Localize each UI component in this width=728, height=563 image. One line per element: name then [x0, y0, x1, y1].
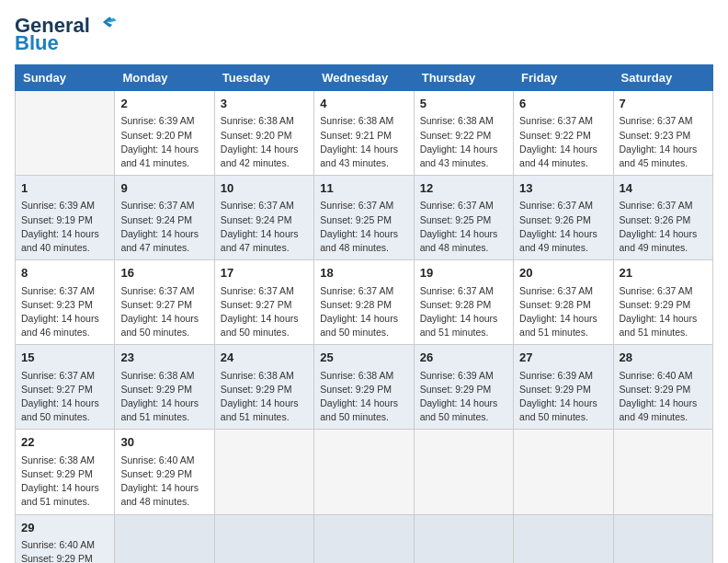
calendar-cell: [414, 430, 513, 514]
calendar-row: 29Sunrise: 6:40 AM Sunset: 9:29 PM Dayli…: [16, 514, 713, 563]
calendar-cell: 23Sunrise: 6:38 AM Sunset: 9:29 PM Dayli…: [115, 345, 214, 430]
day-number: 19: [420, 265, 507, 282]
calendar-cell: 6Sunrise: 6:37 AM Sunset: 9:22 PM Daylig…: [514, 91, 613, 176]
calendar-row: 8Sunrise: 6:37 AM Sunset: 9:23 PM Daylig…: [16, 260, 713, 345]
day-info: Sunrise: 6:38 AM Sunset: 9:29 PM Dayligh…: [21, 454, 108, 510]
logo: General Blue: [15, 15, 118, 55]
calendar-cell: 30Sunrise: 6:40 AM Sunset: 9:29 PM Dayli…: [115, 430, 214, 514]
calendar-cell: 20Sunrise: 6:37 AM Sunset: 9:28 PM Dayli…: [514, 260, 613, 345]
calendar-cell: 17Sunrise: 6:37 AM Sunset: 9:27 PM Dayli…: [214, 260, 313, 345]
calendar-cell: 7Sunrise: 6:37 AM Sunset: 9:23 PM Daylig…: [613, 91, 712, 176]
day-info: Sunrise: 6:37 AM Sunset: 9:28 PM Dayligh…: [320, 284, 407, 340]
day-info: Sunrise: 6:37 AM Sunset: 9:25 PM Dayligh…: [320, 199, 407, 255]
day-info: Sunrise: 6:37 AM Sunset: 9:29 PM Dayligh…: [620, 284, 707, 340]
day-number: 15: [21, 350, 108, 366]
day-number: 13: [519, 180, 607, 197]
day-number: 16: [120, 265, 208, 282]
calendar-cell: 24Sunrise: 6:38 AM Sunset: 9:29 PM Dayli…: [214, 345, 313, 430]
day-info: Sunrise: 6:37 AM Sunset: 9:28 PM Dayligh…: [519, 284, 607, 340]
day-number: 12: [420, 180, 507, 197]
day-info: Sunrise: 6:38 AM Sunset: 9:20 PM Dayligh…: [221, 114, 308, 170]
calendar-cell: 21Sunrise: 6:37 AM Sunset: 9:29 PM Dayli…: [613, 260, 712, 345]
calendar-cell: 18Sunrise: 6:37 AM Sunset: 9:28 PM Dayli…: [314, 260, 414, 345]
day-number: 10: [221, 180, 308, 197]
calendar-cell: 8Sunrise: 6:37 AM Sunset: 9:23 PM Daylig…: [16, 260, 115, 345]
calendar-cell: 29Sunrise: 6:40 AM Sunset: 9:29 PM Dayli…: [16, 514, 115, 563]
logo-bird-icon: [97, 12, 118, 32]
day-info: Sunrise: 6:37 AM Sunset: 9:27 PM Dayligh…: [21, 369, 108, 425]
calendar-cell: [314, 430, 414, 514]
calendar-cell: [16, 91, 115, 176]
calendar-cell: 15Sunrise: 6:37 AM Sunset: 9:27 PM Dayli…: [16, 345, 115, 430]
calendar-cell: 5Sunrise: 6:38 AM Sunset: 9:22 PM Daylig…: [414, 91, 513, 176]
calendar-cell: 12Sunrise: 6:37 AM Sunset: 9:25 PM Dayli…: [414, 176, 513, 260]
day-number: 17: [221, 265, 308, 282]
day-number: 14: [620, 180, 707, 197]
day-number: 26: [420, 350, 507, 366]
day-info: Sunrise: 6:37 AM Sunset: 9:26 PM Dayligh…: [620, 199, 707, 255]
day-info: Sunrise: 6:38 AM Sunset: 9:29 PM Dayligh…: [221, 369, 308, 425]
col-header-wednesday: Wednesday: [314, 65, 414, 91]
day-info: Sunrise: 6:37 AM Sunset: 9:24 PM Dayligh…: [221, 199, 308, 255]
calendar-row: 1Sunrise: 6:39 AM Sunset: 9:19 PM Daylig…: [16, 176, 713, 260]
calendar-cell: 10Sunrise: 6:37 AM Sunset: 9:24 PM Dayli…: [214, 176, 313, 260]
calendar-cell: 4Sunrise: 6:38 AM Sunset: 9:21 PM Daylig…: [314, 91, 414, 176]
calendar-cell: [613, 430, 712, 514]
day-number: 21: [620, 265, 707, 282]
day-number: 6: [519, 96, 607, 112]
day-number: 4: [320, 96, 407, 112]
day-number: 23: [120, 350, 208, 366]
day-info: Sunrise: 6:38 AM Sunset: 9:21 PM Dayligh…: [320, 114, 407, 170]
day-number: 7: [620, 96, 707, 112]
calendar-cell: [314, 514, 414, 563]
day-info: Sunrise: 6:39 AM Sunset: 9:29 PM Dayligh…: [420, 369, 507, 425]
col-header-sunday: Sunday: [16, 65, 115, 91]
day-info: Sunrise: 6:37 AM Sunset: 9:25 PM Dayligh…: [420, 199, 507, 255]
day-info: Sunrise: 6:39 AM Sunset: 9:19 PM Dayligh…: [21, 199, 108, 255]
day-info: Sunrise: 6:37 AM Sunset: 9:23 PM Dayligh…: [21, 284, 108, 340]
day-number: 27: [519, 350, 607, 366]
calendar-cell: 25Sunrise: 6:38 AM Sunset: 9:29 PM Dayli…: [314, 345, 414, 430]
col-header-friday: Friday: [514, 65, 613, 91]
header-row: SundayMondayTuesdayWednesdayThursdayFrid…: [16, 65, 713, 91]
day-number: 22: [21, 434, 108, 451]
day-info: Sunrise: 6:37 AM Sunset: 9:28 PM Dayligh…: [420, 284, 507, 340]
calendar-cell: 27Sunrise: 6:39 AM Sunset: 9:29 PM Dayli…: [514, 345, 613, 430]
col-header-thursday: Thursday: [414, 65, 513, 91]
day-number: 28: [620, 350, 707, 366]
day-number: 5: [420, 96, 507, 112]
calendar-cell: [514, 430, 613, 514]
calendar-cell: 19Sunrise: 6:37 AM Sunset: 9:28 PM Dayli…: [414, 260, 513, 345]
calendar-cell: 3Sunrise: 6:38 AM Sunset: 9:20 PM Daylig…: [214, 91, 313, 176]
calendar-row: 22Sunrise: 6:38 AM Sunset: 9:29 PM Dayli…: [16, 430, 713, 514]
calendar-cell: 11Sunrise: 6:37 AM Sunset: 9:25 PM Dayli…: [314, 176, 414, 260]
day-number: 1: [21, 180, 108, 197]
day-number: 2: [120, 96, 208, 112]
day-number: 8: [21, 265, 108, 282]
calendar-cell: 22Sunrise: 6:38 AM Sunset: 9:29 PM Dayli…: [16, 430, 115, 514]
calendar-cell: 16Sunrise: 6:37 AM Sunset: 9:27 PM Dayli…: [115, 260, 214, 345]
day-number: 11: [320, 180, 407, 197]
day-info: Sunrise: 6:37 AM Sunset: 9:26 PM Dayligh…: [519, 199, 607, 255]
day-number: 3: [221, 96, 308, 112]
day-info: Sunrise: 6:40 AM Sunset: 9:29 PM Dayligh…: [120, 454, 208, 510]
day-number: 30: [120, 434, 208, 451]
day-info: Sunrise: 6:37 AM Sunset: 9:23 PM Dayligh…: [620, 114, 707, 170]
day-number: 20: [519, 265, 607, 282]
calendar-cell: [214, 430, 313, 514]
calendar-cell: [214, 514, 313, 563]
day-info: Sunrise: 6:38 AM Sunset: 9:22 PM Dayligh…: [420, 114, 507, 170]
calendar-cell: 1Sunrise: 6:39 AM Sunset: 9:19 PM Daylig…: [16, 176, 115, 260]
col-header-monday: Monday: [115, 65, 214, 91]
calendar-cell: 14Sunrise: 6:37 AM Sunset: 9:26 PM Dayli…: [613, 176, 712, 260]
day-info: Sunrise: 6:38 AM Sunset: 9:29 PM Dayligh…: [320, 369, 407, 425]
col-header-tuesday: Tuesday: [214, 65, 313, 91]
calendar-cell: [613, 514, 712, 563]
calendar-table: SundayMondayTuesdayWednesdayThursdayFrid…: [15, 64, 713, 563]
col-header-saturday: Saturday: [613, 65, 712, 91]
calendar-cell: 13Sunrise: 6:37 AM Sunset: 9:26 PM Dayli…: [514, 176, 613, 260]
calendar-row: 15Sunrise: 6:37 AM Sunset: 9:27 PM Dayli…: [16, 345, 713, 430]
calendar-cell: 9Sunrise: 6:37 AM Sunset: 9:24 PM Daylig…: [115, 176, 214, 260]
day-info: Sunrise: 6:38 AM Sunset: 9:29 PM Dayligh…: [120, 369, 208, 425]
day-number: 29: [21, 520, 108, 536]
